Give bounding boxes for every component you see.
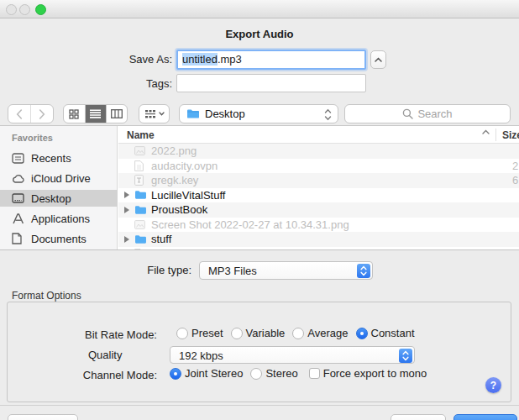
disclosure-triangle-icon[interactable] (124, 236, 129, 243)
column-divider (495, 129, 496, 141)
size-column-header[interactable]: Size (502, 129, 519, 141)
group-items-button[interactable] (139, 104, 170, 123)
bit-rate-mode-radios: Preset Variable Average Constant (176, 327, 415, 339)
folder-icon (134, 205, 147, 215)
chevron-down-icon (159, 112, 165, 116)
list-view-icon (90, 109, 101, 118)
sidebar-item-recents[interactable]: Recents (0, 150, 118, 166)
cancel-button[interactable] (391, 414, 446, 420)
file-name: stuff (151, 233, 171, 245)
radio-average[interactable]: Average (292, 327, 348, 339)
document-file-icon (134, 249, 144, 250)
help-button[interactable]: ? (485, 377, 501, 393)
search-placeholder: Search (417, 108, 452, 120)
zoom-button[interactable] (35, 4, 46, 15)
force-mono-checkbox[interactable]: Force export to mono (309, 367, 427, 380)
back-button[interactable] (8, 105, 31, 123)
radio-variable[interactable]: Variable (231, 327, 286, 339)
chevron-up-icon (375, 57, 382, 62)
bottom-separator (0, 405, 519, 406)
save-as-input[interactable]: untitled.mp3 (176, 50, 366, 70)
group-by-icon (144, 109, 156, 119)
file-name: Screen Shot 2022-02-27 at 10.34.31.png (151, 218, 349, 231)
file-name: ProustBook (151, 203, 207, 216)
disclosure-triangle-icon[interactable] (124, 207, 129, 213)
quality-dropdown[interactable]: 192 kbps (170, 346, 415, 364)
title-bar (0, 0, 519, 18)
folder-icon (186, 108, 200, 119)
forward-button[interactable] (31, 105, 53, 123)
close-button[interactable] (6, 4, 17, 15)
sidebar-item-label: Documents (31, 233, 86, 245)
document-file-icon (134, 160, 144, 171)
file-type-dropdown[interactable]: MP3 Files (199, 261, 373, 280)
sidebar-heading: Favorites (12, 133, 53, 143)
sidebar-item-desktop[interactable]: Desktop (0, 190, 118, 207)
sidebar-item-downloads[interactable]: Downloads (0, 249, 118, 250)
sidebar-item-applications[interactable]: Applications (0, 210, 118, 227)
radio-stereo[interactable]: Stereo (250, 367, 297, 380)
file-name: Youtube Rolling Notes.txt (151, 248, 274, 250)
file-row[interactable]: Screen Shot 2022-02-27 at 10.34.31.png (118, 218, 519, 233)
keynote-file-icon (134, 175, 144, 186)
folder-row[interactable]: LucilleVitalStuff (118, 188, 519, 203)
dropdown-stepper-icon (357, 264, 370, 278)
radio-selected-icon (356, 328, 368, 339)
radio-preset[interactable]: Preset (176, 327, 223, 339)
tags-label: Tags: (50, 77, 172, 90)
save-button[interactable] (453, 414, 517, 420)
file-size: 6 (512, 174, 518, 186)
folder-row[interactable]: ProustBook (118, 202, 519, 218)
file-row[interactable]: audacity.ovpn 2 (118, 159, 519, 174)
search-icon (402, 108, 413, 119)
image-file-icon (134, 220, 145, 229)
location-popup[interactable]: Desktop (179, 104, 338, 123)
channel-mode-controls: Joint Stereo Stereo Force export to mono (170, 367, 427, 380)
file-name: 2022.png (151, 144, 197, 157)
recents-icon (12, 153, 25, 164)
radio-constant[interactable]: Constant (356, 327, 415, 339)
sidebar-item-documents[interactable]: Documents (0, 230, 118, 247)
column-view-button[interactable] (106, 105, 127, 123)
checkbox-icon (309, 368, 320, 379)
save-as-label: Save As: (50, 53, 172, 66)
tags-input[interactable] (176, 74, 366, 92)
file-name: audacity.ovpn (151, 160, 218, 172)
dropdown-stepper-icon (399, 349, 412, 363)
quality-label: Quality (88, 349, 164, 361)
radio-label: Preset (191, 327, 223, 339)
file-size: 2 (512, 160, 518, 172)
radio-circle-icon (250, 368, 262, 380)
icon-view-button[interactable] (64, 105, 85, 123)
location-label: Desktop (205, 108, 245, 120)
format-options-panel: Bit Rate Mode: Preset Variable Average C… (7, 302, 511, 402)
sidebar-item-label: Applications (31, 213, 90, 225)
checkbox-label: Force export to mono (323, 367, 427, 380)
radio-label: Average (307, 327, 348, 339)
file-row[interactable]: 2022.png (118, 144, 519, 159)
radio-joint-stereo[interactable]: Joint Stereo (170, 367, 243, 380)
dialog-title: Export Audio (0, 28, 519, 40)
list-view-button[interactable] (85, 105, 106, 123)
name-column-header[interactable]: Name (127, 129, 155, 141)
file-list: Name Size 2022.png audacity.ovpn 2 gregk… (118, 126, 519, 249)
collapse-panel-button[interactable] (370, 50, 386, 69)
folder-icon (134, 190, 147, 200)
list-header: Name Size (118, 126, 519, 144)
file-type-value: MP3 Files (208, 265, 257, 277)
file-browser: Favorites Recents iCloud Drive Desktop A… (0, 125, 519, 250)
document-icon (12, 233, 25, 244)
disclosure-triangle-icon[interactable] (124, 192, 129, 198)
applications-icon (12, 213, 25, 224)
radio-circle-icon (231, 328, 243, 339)
folder-row[interactable]: stuff (118, 232, 519, 247)
search-field[interactable]: Search (344, 104, 511, 123)
sidebar-item-icloud-drive[interactable]: iCloud Drive (0, 170, 118, 186)
columns-view-icon (111, 109, 123, 118)
minimize-button[interactable] (19, 4, 30, 15)
radio-circle-icon (176, 328, 188, 339)
new-folder-button[interactable] (8, 414, 78, 420)
file-row[interactable]: gregk.key 6 (118, 173, 519, 188)
file-row[interactable]: Youtube Rolling Notes.txt (118, 247, 519, 251)
sort-ascending-icon (482, 129, 490, 134)
